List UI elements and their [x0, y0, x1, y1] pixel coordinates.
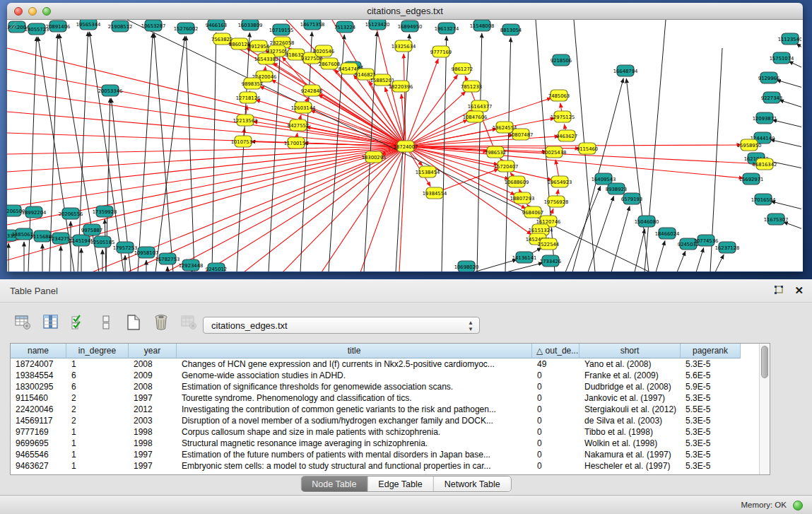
table-cell[interactable]: 2 [66, 415, 129, 426]
graph-node[interactable]: 11123540 [778, 33, 801, 45]
graph-node[interactable]: 11675307 [764, 214, 789, 225]
graph-edge[interactable] [677, 251, 686, 271]
graph-node[interactable]: 20206556 [59, 208, 83, 219]
graph-node[interactable]: 9245012 [206, 263, 227, 271]
table-cell[interactable]: 9699695 [11, 438, 66, 449]
table-cell[interactable]: Structural magnetic resonance image aver… [177, 438, 532, 449]
table-cell[interactable]: 2 [66, 404, 129, 415]
graph-node[interactable]: 17016504 [751, 194, 776, 205]
scrollbar-thumb[interactable] [761, 346, 768, 378]
graph-node[interactable]: 8813054 [500, 24, 522, 35]
table-cell[interactable]: Tourette syndrome. Phenomenology and cla… [177, 392, 532, 404]
show-columns-button[interactable] [40, 312, 61, 333]
graph-node[interactable]: 19756928 [544, 196, 569, 207]
graph-edge[interactable] [300, 32, 312, 271]
graph-node[interactable]: 9218506 [551, 54, 572, 66]
graph-node[interactable]: 12505185 [90, 236, 115, 247]
graph-node[interactable]: 2522544 [538, 238, 559, 250]
table-cell[interactable]: 0 [532, 381, 579, 392]
table-cell[interactable]: 49 [532, 358, 579, 370]
graph-edge[interactable] [789, 62, 801, 68]
graph-node[interactable]: 11548008 [470, 20, 495, 31]
table-cell[interactable]: 9465546 [11, 449, 66, 460]
table-cell[interactable]: 2 [66, 392, 129, 404]
table-selector-dropdown[interactable]: citations_edges.txt ▲▼ [203, 317, 480, 334]
float-panel-icon[interactable] [773, 285, 784, 296]
unselect-rows-button[interactable] [95, 312, 117, 333]
tab-edge-table[interactable]: Edge Table [367, 477, 433, 491]
table-cell[interactable]: 2012 [129, 404, 177, 415]
graph-edge[interactable] [399, 146, 406, 271]
table-cell[interactable]: 14569117 [11, 415, 66, 426]
graph-edge[interactable] [626, 78, 649, 271]
graph-node[interactable]: 9975887 [81, 224, 102, 235]
close-window-button[interactable] [14, 7, 23, 16]
graph-node[interactable]: 12923448 [179, 259, 204, 271]
graph-node[interactable]: 15692971 [739, 173, 764, 185]
graph-node[interactable]: 9898357 [242, 78, 263, 89]
table-cell[interactable]: Tibbo et al. (1998) [579, 426, 681, 438]
graph-node[interactable]: 1733426 [540, 255, 561, 267]
table-cell[interactable]: 1997 [129, 449, 177, 460]
table-cell[interactable]: 5.3E-5 [681, 426, 741, 438]
graph-node[interactable]: 16237128 [715, 242, 740, 253]
graph-edge[interactable] [310, 110, 406, 146]
graph-node[interactable]: 10698020 [454, 261, 479, 271]
graph-node[interactable]: 7513224 [334, 21, 355, 33]
table-cell[interactable]: 5.6E-5 [681, 370, 741, 381]
table-cell[interactable]: 5.9E-5 [681, 381, 741, 392]
select-all-rows-button[interactable] [68, 312, 89, 333]
table-cell[interactable]: 1 [66, 358, 129, 370]
table-cell[interactable]: 1 [66, 426, 129, 438]
graph-node[interactable]: 8860128 [229, 38, 250, 49]
graph-node[interactable]: 8020546 [313, 45, 334, 57]
graph-node[interactable]: 12718126 [236, 92, 261, 103]
graph-node[interactable]: 12093871 [753, 112, 777, 124]
memory-status-indicator[interactable] [793, 501, 803, 510]
graph-edge[interactable] [7, 146, 406, 243]
table-cell[interactable]: 1998 [129, 426, 177, 438]
close-panel-icon[interactable]: ✕ [794, 285, 804, 296]
table-cell[interactable]: Changes of HCN gene expression and I(f) … [177, 358, 532, 370]
table-cell[interactable]: Embryonic stem cells: a model to study s… [177, 460, 532, 472]
column-header-in_degree[interactable]: in_degree [66, 344, 129, 358]
graph-node[interactable]: 18992204 [22, 206, 47, 218]
table-cell[interactable]: Wolkin et al. (1998) [579, 438, 681, 449]
table-cell[interactable]: 9463627 [11, 460, 66, 472]
graph-edge[interactable] [565, 186, 601, 271]
table-cell[interactable]: Jankovic et al. (1997) [579, 392, 681, 404]
table-cell[interactable]: 0 [532, 449, 579, 460]
graph-edge[interactable] [237, 33, 249, 271]
zoom-window-button[interactable] [42, 7, 51, 16]
graph-edge[interactable] [138, 33, 153, 271]
table-cell[interactable]: Yano et al. (2008) [579, 358, 681, 370]
graph-edge[interactable] [656, 241, 665, 271]
graph-node[interactable]: 9861272 [452, 63, 473, 74]
table-cell[interactable]: 22420046 [11, 404, 66, 415]
table-cell[interactable]: 2003 [129, 415, 177, 426]
graph-node[interactable]: 16648794 [613, 65, 638, 76]
graph-node[interactable]: 14671358 [300, 20, 325, 30]
table-cell[interactable]: 0 [532, 460, 579, 472]
table-scrollbar[interactable] [759, 344, 770, 474]
table-row[interactable]: 969969511998Structural magnetic resonanc… [11, 438, 770, 449]
graph-node[interactable]: 6579193 [621, 193, 642, 204]
graph-edge[interactable] [506, 263, 543, 271]
column-header-pagerank[interactable]: pagerank [681, 344, 741, 358]
table-cell[interactable]: 18300295 [11, 381, 66, 392]
graph-node[interactable]: 19654923 [548, 176, 572, 187]
table-cell[interactable]: Disruption of a novel member of a sodium… [177, 415, 532, 426]
table-cell[interactable]: 9777169 [11, 426, 66, 438]
table-row[interactable]: 1456911722003Disruption of a novel membe… [11, 415, 770, 426]
graph-node[interactable]: 20891406 [46, 21, 71, 32]
graph-node[interactable]: 11700156 [284, 137, 309, 148]
tab-network-table[interactable]: Network Table [434, 477, 511, 491]
graph-edge[interactable] [715, 255, 724, 271]
table-cell[interactable]: 2008 [129, 358, 177, 370]
graph-node[interactable]: 20053346 [98, 85, 123, 96]
graph-node[interactable]: 9463627 [556, 130, 577, 141]
graph-node[interactable]: 10107534 [231, 136, 256, 147]
table-cell[interactable]: 9115460 [11, 392, 66, 404]
table-cell[interactable]: 1998 [129, 438, 177, 449]
graph-edge[interactable] [477, 33, 482, 271]
